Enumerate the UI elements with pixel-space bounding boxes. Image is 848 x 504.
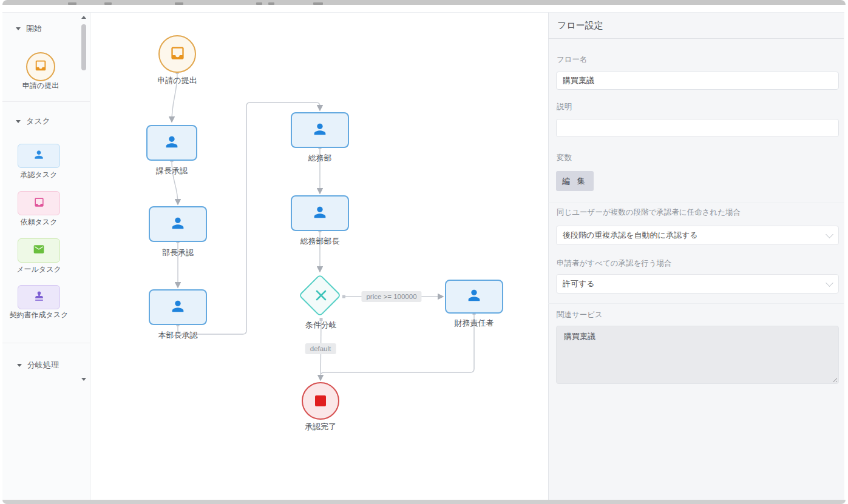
palette-item-label: 申請の提出 [22,81,59,91]
select-value: 許可する [563,278,595,289]
person-icon [33,149,45,163]
palette-section-label: タスク [26,116,50,127]
divider [2,343,90,343]
edge-default-label[interactable]: default [305,343,336,354]
node-condition-gateway[interactable] [298,274,344,320]
node-label: 申請の提出 [157,75,197,86]
inbox-icon [169,45,186,64]
divider [548,303,844,304]
node-end-event[interactable] [302,382,339,420]
x-mark-icon [313,287,329,306]
person-icon [311,121,328,140]
self-approval-select[interactable]: 許可する [556,274,839,294]
palette-item-request-task[interactable] [18,191,60,215]
sidebar-scrollbar[interactable] [80,15,87,382]
envelope-icon [33,243,45,258]
node-bucho-approval[interactable] [149,206,207,242]
divider [2,101,90,102]
scroll-down-icon[interactable] [81,378,86,381]
divider [548,203,844,203]
palette-item-approval-task[interactable] [18,144,60,168]
node-label: 総務部部長 [300,236,340,247]
person-icon [169,298,186,317]
scrollbar-thumb[interactable] [81,24,86,70]
inbox-icon [33,197,45,210]
person-icon [163,133,180,153]
related-service-textarea[interactable]: 購買稟議 [556,326,839,384]
toolbar-remnant-icon [268,2,274,5]
node-kacho-approval[interactable] [146,125,197,161]
description-input[interactable] [556,119,839,137]
palette-item-contract-task[interactable] [18,285,60,309]
person-icon [311,204,328,223]
inbox-icon [34,59,47,75]
flow-editor-app: 開始 申請の提出 タスク 承認タスク 依頼タスク メールタスク 契約書作成タスク [0,0,848,504]
chevron-down-icon [826,230,833,238]
duplicate-approver-select[interactable]: 後段階の重複承認を自動的に承認する [556,226,839,245]
palette-section-task[interactable]: タスク [16,116,50,127]
window-bottom-strip [2,500,846,504]
related-service-label: 関連サービス [557,310,603,320]
person-icon [466,287,483,306]
collapse-arrow-icon [17,364,22,367]
flow-name-label: フロー名 [557,55,588,65]
palette-section-label: 分岐処理 [27,360,59,371]
palette-item-label: 依頼タスク [21,217,58,227]
node-label: 課長承認 [156,166,188,176]
stamp-icon [33,291,45,304]
palette-item-label: 承認タスク [21,170,58,180]
duplicate-approver-label: 同じユーザーが複数の段階で承認者に任命された場合 [557,207,741,218]
chevron-down-icon [826,279,833,287]
toolbar-remnant-icon [68,2,76,5]
node-label: 部長承認 [162,247,194,258]
node-soumubu[interactable] [291,112,349,148]
palette-item-start-event[interactable] [26,52,55,81]
person-icon [169,215,186,234]
collapse-arrow-icon [16,27,21,30]
palette-item-label: メールタスク [16,264,61,275]
node-soumubu-bucho[interactable] [291,195,349,231]
toolbar-remnant-icon [256,2,262,5]
flow-canvas[interactable]: 申請の提出 課長承認 部長承認 本部長承認 総務部 総務部部長 条件分 [90,12,548,500]
node-start-event[interactable] [158,35,196,73]
flow-name-input[interactable] [556,72,839,90]
edit-variables-button[interactable]: 編 集 [556,171,594,191]
palette-section-start[interactable]: 開始 [16,23,42,34]
palette-item-mail-task[interactable] [18,238,60,263]
variables-label: 変数 [557,153,572,163]
node-label: 本部長承認 [158,330,198,341]
palette-section-branch[interactable]: 分岐処理 [17,360,59,371]
description-label: 説明 [557,102,572,112]
window-top-strip [2,0,846,5]
toolbar-remnant-icon [175,2,183,5]
toolbar-remnant-icon [313,2,323,5]
self-approval-label: 申請者がすべての承認を行う場合 [557,258,672,269]
stop-square-icon [315,395,326,406]
related-service-field[interactable]: 購買稟議 [556,326,839,384]
palette-item-label: 契約書作成タスク [5,309,73,321]
node-honbucho-approval[interactable] [149,289,207,325]
panel-title: フロー設定 [548,12,844,39]
scroll-up-icon[interactable] [81,16,86,19]
node-label: 財務責任者 [455,318,494,329]
collapse-arrow-icon [16,120,21,123]
node-zaimu-sekininsha[interactable] [445,280,503,314]
select-value: 後段階の重複承認を自動的に承認する [563,230,698,241]
toolbar-remnant-icon [104,2,112,5]
node-label: 総務部 [308,153,332,164]
node-label: 条件分岐 [305,320,337,331]
edge-condition-label[interactable]: price >= 100000 [361,291,421,302]
palette-section-label: 開始 [26,23,42,34]
node-label: 承認完了 [305,422,336,432]
